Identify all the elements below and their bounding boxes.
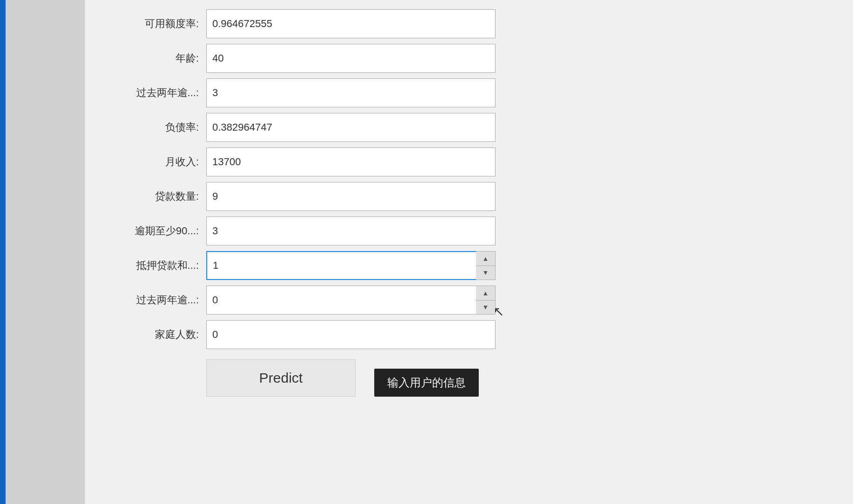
label-1: 年龄: (104, 51, 206, 65)
field-row-6: 逾期至少90...: (104, 217, 834, 245)
field-row-4: 月收入: (104, 147, 834, 176)
main-content: 可用额度率: 年龄: 过去两年逾...: 负债率: 月收入: 贷款数量: (85, 0, 853, 504)
input-7[interactable] (206, 251, 496, 280)
field-row-5: 贷款数量: (104, 182, 834, 211)
input-1[interactable] (206, 44, 496, 73)
spinner-up-8[interactable]: ▲ (476, 286, 495, 300)
input-wrapper-9 (206, 320, 496, 349)
input-0[interactable] (206, 9, 496, 38)
label-9: 家庭人数: (104, 328, 206, 342)
input-9[interactable] (206, 320, 496, 349)
input-3[interactable] (206, 113, 496, 142)
input-wrapper-3 (206, 113, 496, 142)
field-row-0: 可用额度率: (104, 9, 834, 38)
predict-button[interactable]: Predict (206, 359, 356, 397)
input-2[interactable] (206, 78, 496, 107)
label-7: 抵押贷款和...: (104, 259, 206, 273)
input-8[interactable] (206, 286, 496, 315)
input-wrapper-5 (206, 182, 496, 211)
field-row-7: 抵押贷款和...: ▲ ▼ (104, 251, 834, 280)
spinner-down-7[interactable]: ▼ (476, 266, 495, 280)
label-4: 月收入: (104, 155, 206, 169)
spinner-up-7[interactable]: ▲ (476, 252, 495, 266)
input-wrapper-8: ▲ ▼ ↖ (206, 286, 496, 315)
sidebar (6, 0, 85, 504)
spinner-7[interactable]: ▲ ▼ (476, 251, 496, 280)
label-2: 过去两年逾...: (104, 86, 206, 100)
label-6: 逾期至少90...: (104, 224, 206, 238)
field-row-2: 过去两年逾...: (104, 78, 834, 107)
field-row-3: 负债率: (104, 113, 834, 142)
left-blue-bar (0, 0, 6, 504)
label-3: 负债率: (104, 120, 206, 134)
input-5[interactable] (206, 182, 496, 211)
input-wrapper-2 (206, 78, 496, 107)
input-wrapper-7: ▲ ▼ (206, 251, 496, 280)
field-row-9: 家庭人数: (104, 320, 834, 349)
predict-row: Predict 输入用户的信息 (104, 359, 834, 397)
spinner-8[interactable]: ▲ ▼ (476, 286, 496, 315)
input-wrapper-6 (206, 217, 496, 245)
spinner-down-8[interactable]: ▼ (476, 301, 495, 315)
label-8: 过去两年逾...: (104, 293, 206, 307)
input-wrapper-4 (206, 147, 496, 176)
field-row-8: 过去两年逾...: ▲ ▼ ↖ (104, 286, 834, 315)
label-0: 可用额度率: (104, 17, 206, 31)
label-5: 贷款数量: (104, 189, 206, 203)
input-6[interactable] (206, 217, 496, 245)
input-wrapper-0 (206, 9, 496, 38)
tooltip-box: 输入用户的信息 (374, 369, 479, 397)
input-4[interactable] (206, 147, 496, 176)
input-wrapper-1 (206, 44, 496, 73)
field-row-1: 年龄: (104, 44, 834, 73)
